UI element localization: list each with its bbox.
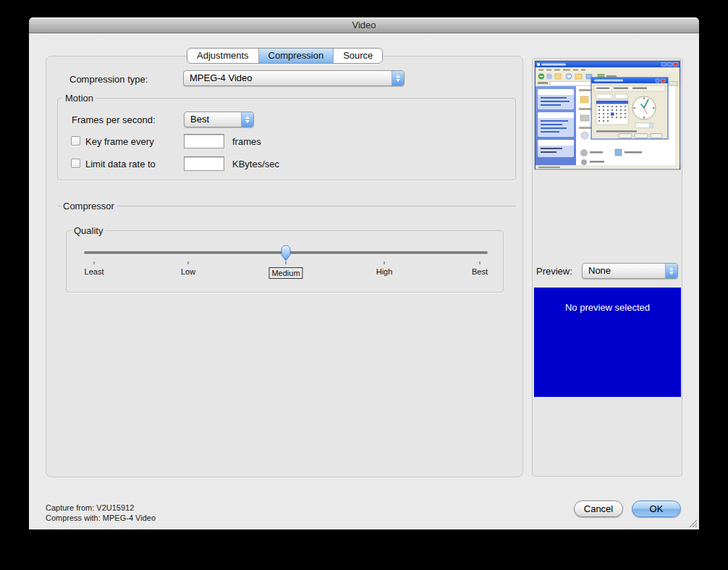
- keyframe-input[interactable]: [184, 134, 224, 148]
- slider-label-least: Least: [85, 267, 104, 276]
- datarate-suffix: KBytes/sec: [232, 159, 279, 169]
- slider-tick: [285, 261, 287, 264]
- motion-group-label: Motion: [62, 93, 96, 104]
- titlebar[interactable]: Video: [29, 17, 699, 33]
- compressor-section: Compressor: [57, 200, 516, 211]
- settings-panel: Compression type: MPEG-4 Video Motion Fr…: [46, 56, 523, 477]
- datarate-input[interactable]: [184, 156, 224, 171]
- compressor-section-label: Compressor: [62, 201, 117, 211]
- separator-line: [117, 206, 516, 206]
- motion-group: Motion Frames per second: Best Key frame…: [57, 98, 516, 180]
- keyframe-label: Key frame every: [85, 136, 154, 147]
- slider-label-medium: Medium: [268, 267, 302, 279]
- preview-select[interactable]: None: [582, 263, 678, 279]
- fps-value: Best: [185, 112, 241, 127]
- video-dialog: Video Adjustments Compression Source Com…: [29, 17, 699, 529]
- compression-type-value: MPEG-4 Video: [184, 71, 391, 85]
- resize-grip[interactable]: [687, 518, 697, 527]
- stepper-arrows-icon: [391, 71, 404, 85]
- stepper-arrows-icon: [665, 264, 677, 278]
- tab-compression[interactable]: Compression: [259, 49, 334, 63]
- slider-label-low: Low: [181, 267, 195, 276]
- no-preview-message: No preview selected: [565, 302, 650, 313]
- compression-type-label: Compression type:: [69, 74, 148, 85]
- slider-tick: [93, 261, 95, 264]
- quality-slider-thumb[interactable]: [280, 245, 292, 261]
- slider-tick: [187, 261, 189, 264]
- window-title: Video: [352, 20, 376, 30]
- stepper-arrows-icon: [241, 112, 253, 127]
- keyframe-checkbox[interactable]: [71, 136, 80, 146]
- fps-select[interactable]: Best: [184, 112, 254, 127]
- ok-button[interactable]: OK: [632, 500, 681, 517]
- compression-type-select[interactable]: MPEG-4 Video: [183, 70, 405, 86]
- cancel-button[interactable]: Cancel: [574, 500, 623, 517]
- preview-panel: Preview: None No preview selected: [532, 58, 682, 477]
- tab-adjustments[interactable]: Adjustments: [187, 49, 259, 63]
- keyframe-suffix: frames: [232, 136, 261, 147]
- screen: Video Adjustments Compression Source Com…: [0, 0, 728, 570]
- slider-tick: [479, 261, 481, 264]
- tab-bar: Adjustments Compression Source: [187, 48, 383, 64]
- datarate-label: Limit data rate to: [85, 159, 156, 169]
- capture-from-text: Capture from: V2U15912: [46, 503, 134, 512]
- tab-source[interactable]: Source: [334, 49, 382, 63]
- preview-label: Preview:: [536, 266, 572, 277]
- preview-display-area: No preview selected: [534, 288, 681, 397]
- quality-group-label: Quality: [71, 225, 106, 236]
- quality-group: Quality Least: [66, 230, 504, 293]
- slider-tick: [384, 261, 385, 264]
- fps-label: Frames per second:: [72, 114, 156, 125]
- slider-label-high: High: [376, 267, 393, 276]
- captured-frame-thumbnail: [534, 60, 681, 170]
- compress-with-text: Compress with: MPEG-4 Video: [46, 514, 156, 522]
- datarate-checkbox[interactable]: [71, 159, 80, 168]
- slider-label-best: Best: [472, 267, 488, 276]
- dialog-content: Adjustments Compression Source Compressi…: [29, 34, 699, 529]
- preview-value: None: [583, 264, 665, 278]
